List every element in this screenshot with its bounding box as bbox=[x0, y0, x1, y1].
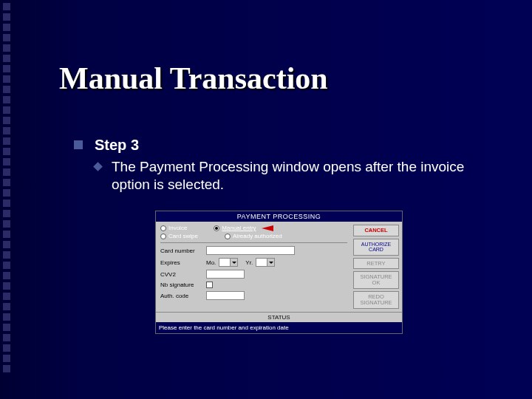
radio-icon bbox=[214, 225, 219, 231]
payment-processing-window: PAYMENT PROCESSING Invoice Manual entry … bbox=[155, 211, 403, 334]
button-label-line2: OK bbox=[372, 279, 381, 286]
radio-manual-entry[interactable]: Manual entry bbox=[214, 225, 273, 231]
button-label-line1: AUTHORIZE bbox=[361, 242, 391, 247]
radio-label: Card swipe bbox=[168, 233, 198, 239]
cancel-button[interactable]: CANCEL bbox=[353, 225, 399, 236]
radio-label: Manual entry bbox=[222, 225, 256, 231]
month-label: Mo. bbox=[206, 259, 216, 266]
button-label-line2: SIGNATURE bbox=[360, 299, 392, 306]
retry-button[interactable]: RETRY bbox=[353, 258, 399, 270]
nb-signature-checkbox[interactable] bbox=[206, 282, 213, 288]
radio-label: Invoice bbox=[168, 225, 187, 231]
slide-title: Manual Transaction bbox=[59, 61, 328, 96]
auth-code-label: Auth. code bbox=[160, 293, 203, 299]
button-label-line2: CARD bbox=[369, 247, 383, 252]
divider bbox=[160, 242, 347, 243]
radio-label: Already authorized bbox=[233, 233, 282, 239]
slide-content: Step 3 The Payment Processing window ope… bbox=[74, 137, 502, 194]
radio-icon bbox=[160, 233, 166, 239]
year-label: Yr. bbox=[245, 259, 253, 266]
card-number-input[interactable] bbox=[206, 246, 295, 255]
radio-invoice[interactable]: Invoice bbox=[160, 225, 187, 231]
expires-label: Expires bbox=[160, 259, 203, 266]
chevron-down-icon bbox=[267, 259, 274, 266]
callout-arrow-icon bbox=[262, 225, 273, 231]
square-bullet-icon bbox=[74, 140, 83, 149]
month-dropdown[interactable] bbox=[219, 258, 238, 267]
status-bar: STATUS bbox=[156, 312, 402, 322]
year-dropdown[interactable] bbox=[256, 258, 275, 267]
decorative-left-squares bbox=[0, 0, 13, 399]
step-description: The Payment Processing window opens afte… bbox=[112, 158, 496, 194]
window-title: PAYMENT PROCESSING bbox=[156, 211, 402, 222]
cvv2-input[interactable] bbox=[206, 270, 245, 279]
card-number-label: Card number bbox=[160, 248, 203, 254]
redo-signature-button[interactable]: REDO SIGNATURE bbox=[353, 291, 399, 309]
chevron-down-icon bbox=[230, 259, 237, 266]
diamond-bullet-icon bbox=[93, 162, 103, 171]
radio-already-authorized[interactable]: Already authorized bbox=[225, 233, 282, 239]
auth-code-input[interactable] bbox=[206, 291, 245, 300]
radio-card-swipe[interactable]: Card swipe bbox=[160, 233, 198, 239]
step-label: Step 3 bbox=[95, 137, 139, 154]
nb-signature-label: Nb signature bbox=[160, 282, 203, 288]
radio-icon bbox=[160, 225, 166, 231]
radio-icon bbox=[225, 233, 231, 239]
signature-ok-button[interactable]: SIGNATURE OK bbox=[353, 271, 399, 289]
cvv2-label: CVV2 bbox=[160, 271, 203, 278]
hint-bar: Please enter the card number and expirat… bbox=[156, 322, 402, 333]
authorize-card-button[interactable]: AUTHORIZE CARD bbox=[353, 239, 399, 256]
